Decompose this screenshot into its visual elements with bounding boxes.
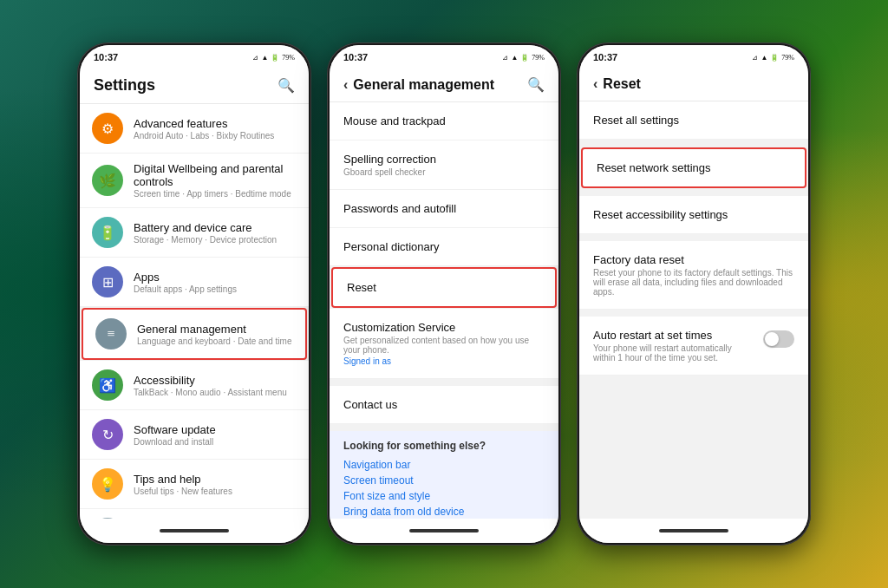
customization-subtitle: Get personalized content based on how yo… — [343, 336, 545, 355]
digital-subtitle: Screen time · App timers · Bedtime mode — [134, 189, 297, 199]
nav-bar-1 — [80, 519, 309, 543]
apps-title: Apps — [134, 271, 297, 284]
gm-item-spelling[interactable]: Spelling correction Gboard spell checker — [330, 140, 558, 190]
status-bar-3: 10:37 ⊿ ▲ 🔋 79% — [579, 45, 808, 69]
divider-1 — [330, 379, 558, 386]
auto-restart-toggle[interactable] — [763, 330, 794, 348]
battery-icon-item: 🔋 — [92, 217, 123, 248]
battery-icon: 🔋 — [271, 54, 279, 62]
wifi-icon: ▲ — [261, 54, 268, 62]
gm-item-mouse[interactable]: Mouse and trackpad — [330, 102, 558, 140]
general-subtitle: Language and keyboard · Date and time — [137, 336, 293, 346]
divider-reset-3 — [579, 234, 808, 241]
settings-item-battery[interactable]: 🔋 Battery and device care Storage · Memo… — [80, 208, 309, 258]
software-subtitle: Download and install — [134, 437, 297, 447]
back-arrow-3: ‹ — [593, 76, 597, 92]
reset-item-accessibility[interactable]: Reset accessibility settings — [579, 196, 808, 234]
sim-icon: ⊿ — [252, 54, 258, 62]
gm-item-reset[interactable]: Reset — [331, 267, 557, 308]
gm-header: ‹ General management 🔍 — [330, 69, 558, 102]
gm-item-dictionary[interactable]: Personal dictionary — [330, 228, 558, 266]
phone-general-management: 10:37 ⊿ ▲ 🔋 79% ‹ General management 🔍 M… — [327, 42, 561, 546]
battery-icon-3: 🔋 — [770, 54, 779, 62]
battery-pct-2: 79% — [532, 54, 545, 62]
general-text: General management Language and keyboard… — [137, 323, 293, 346]
settings-item-accessibility[interactable]: ♿ Accessibility TalkBack · Mono audio · … — [80, 361, 309, 410]
divider-reset-1 — [579, 140, 808, 147]
looking-link-timeout[interactable]: Screen timeout — [343, 473, 545, 488]
apps-subtitle: Default apps · App settings — [134, 284, 297, 294]
divider-reset-4 — [579, 310, 808, 317]
looking-link-font[interactable]: Font size and style — [343, 488, 545, 504]
reset-item-network[interactable]: Reset network settings — [581, 147, 806, 188]
back-arrow-2: ‹ — [343, 77, 348, 93]
advanced-subtitle: Android Auto · Labs · Bixby Routines — [134, 131, 297, 140]
gm-item-passwords[interactable]: Passwords and autofill — [330, 190, 558, 228]
status-time-3: 10:37 — [593, 52, 617, 62]
gm-list: Mouse and trackpad Spelling correction G… — [330, 102, 558, 519]
sim-icon-2: ⊿ — [502, 54, 508, 62]
reset-item-all[interactable]: Reset all settings — [579, 101, 808, 140]
nav-pill-1 — [160, 529, 229, 532]
gm-title: General management — [353, 77, 494, 93]
settings-header: Settings 🔍 — [80, 69, 309, 104]
phone-reset: 10:37 ⊿ ▲ 🔋 79% ‹ Reset Reset all settin… — [577, 42, 811, 546]
settings-item-about[interactable]: ℹ About phone Status · Legal information… — [80, 509, 309, 519]
tips-title: Tips and help — [134, 473, 297, 486]
settings-item-tips[interactable]: 💡 Tips and help Useful tips · New featur… — [80, 460, 309, 509]
status-icons-1: ⊿ ▲ 🔋 79% — [252, 54, 295, 62]
software-text: Software update Download and install — [134, 423, 297, 447]
auto-restart-text: Auto restart at set times Your phone wil… — [593, 329, 756, 363]
passwords-title: Passwords and autofill — [343, 202, 545, 215]
digital-icon: 🌿 — [92, 165, 123, 196]
digital-text: Digital Wellbeing and parental controls … — [134, 162, 297, 199]
looking-title: Looking for something else? — [343, 440, 545, 452]
gm-back[interactable]: ‹ General management — [343, 77, 494, 93]
battery-pct-3: 79% — [781, 54, 794, 62]
status-time-1: 10:37 — [94, 52, 118, 62]
sim-icon-3: ⊿ — [752, 54, 758, 62]
divider-2 — [330, 424, 558, 431]
spelling-title: Spelling correction — [343, 153, 545, 166]
mouse-title: Mouse and trackpad — [343, 114, 545, 127]
nav-bar-3 — [579, 519, 808, 543]
general-title: General management — [137, 323, 293, 336]
customization-link[interactable]: Signed in as — [343, 356, 545, 366]
settings-item-digital[interactable]: 🌿 Digital Wellbeing and parental control… — [80, 154, 309, 208]
battery-pct-1: 79% — [282, 54, 295, 62]
customization-title: Customization Service — [343, 321, 545, 334]
auto-restart-container: Auto restart at set times Your phone wil… — [593, 329, 794, 363]
looking-link-bring[interactable]: Bring data from old device — [343, 504, 545, 519]
tips-text: Tips and help Useful tips · New features — [134, 473, 297, 496]
settings-item-general[interactable]: ≡ General management Language and keyboa… — [82, 308, 307, 360]
settings-item-advanced[interactable]: ⚙ Advanced features Android Auto · Labs … — [80, 104, 309, 154]
accessibility-icon: ♿ — [92, 369, 123, 401]
phone-settings: 10:37 ⊿ ▲ 🔋 79% Settings 🔍 ⚙ Advanced fe… — [77, 42, 311, 546]
gm-item-customization[interactable]: Customization Service Get personalized c… — [330, 309, 558, 379]
wifi-icon-3: ▲ — [761, 54, 767, 62]
settings-list: ⚙ Advanced features Android Auto · Labs … — [80, 104, 309, 519]
reset-item-auto-restart[interactable]: Auto restart at set times Your phone wil… — [579, 317, 808, 376]
battery-icon-2: 🔋 — [520, 54, 529, 62]
settings-search-icon[interactable]: 🔍 — [278, 77, 295, 94]
settings-item-software[interactable]: ↻ Software update Download and install — [80, 410, 309, 460]
battery-text: Battery and device care Storage · Memory… — [134, 221, 297, 245]
settings-item-apps[interactable]: ⊞ Apps Default apps · App settings — [80, 258, 309, 307]
status-icons-2: ⊿ ▲ 🔋 79% — [502, 54, 545, 62]
gm-item-contact[interactable]: Contact us — [330, 386, 558, 424]
gm-search-icon[interactable]: 🔍 — [527, 76, 545, 93]
status-time-2: 10:37 — [343, 52, 368, 62]
accessibility-text: Accessibility TalkBack · Mono audio · As… — [134, 374, 297, 397]
tips-subtitle: Useful tips · New features — [134, 487, 297, 496]
auto-restart-title: Auto restart at set times — [593, 329, 756, 342]
settings-title: Settings — [94, 76, 155, 95]
tips-icon: 💡 — [92, 468, 123, 500]
reset-back[interactable]: ‹ Reset — [593, 76, 641, 92]
auto-restart-subtitle: Your phone will restart automatically wi… — [593, 343, 756, 363]
looking-link-nav[interactable]: Navigation bar — [343, 457, 545, 473]
nav-bar-2 — [330, 519, 558, 543]
reset-item-factory[interactable]: Factory data reset Reset your phone to i… — [579, 241, 808, 310]
divider-reset-2 — [579, 189, 808, 196]
apps-text: Apps Default apps · App settings — [134, 271, 297, 294]
wifi-icon-2: ▲ — [511, 54, 518, 62]
